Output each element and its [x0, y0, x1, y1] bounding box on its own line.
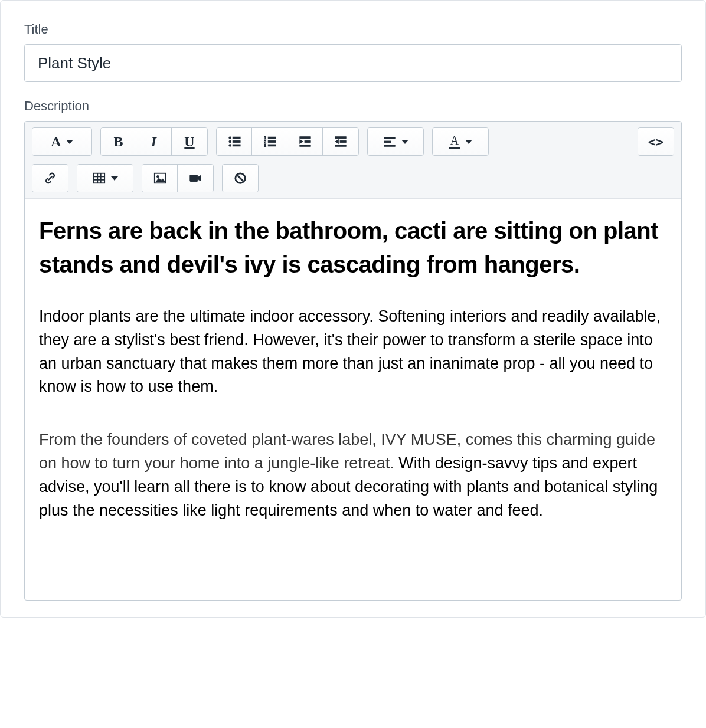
list-indent-group: 1 2 3 [216, 127, 359, 156]
svg-rect-9 [268, 141, 276, 143]
link-button[interactable] [32, 165, 68, 192]
chevron-down-icon [111, 176, 118, 181]
font-style-glyph: A [51, 135, 61, 149]
no-entry-icon [233, 172, 247, 185]
code-view-group: <> [638, 127, 674, 156]
align-button[interactable] [368, 128, 423, 155]
code-icon: <> [648, 135, 664, 149]
svg-marker-13 [299, 139, 302, 143]
svg-rect-16 [335, 137, 346, 139]
bullet-list-button[interactable] [217, 128, 252, 155]
chevron-down-icon [465, 140, 472, 144]
svg-rect-14 [305, 141, 310, 143]
italic-icon: I [151, 135, 156, 149]
image-icon [153, 172, 167, 185]
font-style-group: A [32, 127, 92, 156]
bold-button[interactable]: B [101, 128, 136, 155]
editor-toolbar: A B I U [25, 122, 681, 199]
svg-point-4 [228, 145, 231, 147]
numbered-list-icon: 1 2 3 [263, 135, 277, 148]
svg-rect-7 [268, 137, 276, 139]
svg-rect-31 [190, 175, 198, 182]
toolbar-row-2 [32, 164, 674, 192]
image-button[interactable] [142, 165, 178, 192]
link-group [32, 164, 68, 192]
svg-rect-15 [299, 145, 310, 147]
svg-marker-32 [198, 175, 201, 181]
align-group [367, 127, 424, 156]
svg-rect-22 [384, 145, 395, 147]
video-button[interactable] [178, 165, 213, 192]
editor-content[interactable]: Ferns are back in the bathroom, cacti ar… [25, 199, 681, 600]
content-paragraph-1: Indoor plants are the ultimate indoor ac… [39, 305, 667, 399]
title-label: Title [24, 22, 682, 37]
underline-icon: U [184, 135, 194, 149]
chevron-down-icon [66, 140, 73, 144]
svg-rect-1 [233, 137, 240, 139]
outdent-icon [298, 135, 312, 148]
table-button[interactable] [77, 165, 133, 192]
svg-point-0 [228, 137, 231, 139]
font-color-group: A [432, 127, 489, 156]
svg-rect-23 [94, 173, 104, 183]
svg-rect-19 [335, 145, 346, 147]
numbered-list-button[interactable]: 1 2 3 [252, 128, 287, 155]
bold-icon: B [113, 135, 123, 149]
svg-rect-5 [233, 145, 240, 146]
font-color-button[interactable]: A [433, 128, 488, 155]
content-paragraph-2: From the founders of coveted plant-wares… [39, 428, 667, 523]
description-label: Description [24, 99, 682, 114]
svg-marker-30 [155, 178, 165, 182]
code-view-button[interactable]: <> [638, 128, 674, 155]
svg-rect-20 [384, 137, 395, 139]
video-icon [188, 172, 202, 185]
form-card: Title Description A B I U [0, 0, 706, 618]
link-icon [43, 172, 57, 185]
font-color-icon: A [449, 135, 460, 149]
svg-point-2 [228, 140, 231, 143]
font-style-button[interactable]: A [32, 128, 91, 155]
indent-icon [334, 135, 348, 148]
italic-button[interactable]: I [136, 128, 172, 155]
clear-formatting-button[interactable] [223, 165, 258, 192]
svg-point-29 [156, 175, 159, 178]
svg-text:3: 3 [263, 143, 266, 148]
bullet-list-icon [227, 135, 241, 148]
rich-text-editor: A B I U [24, 121, 682, 601]
svg-rect-11 [268, 145, 276, 146]
outdent-button[interactable] [287, 128, 323, 155]
text-format-group: B I U [100, 127, 208, 156]
svg-marker-17 [335, 139, 339, 143]
clear-group [222, 164, 259, 192]
align-left-icon [383, 135, 397, 148]
table-group [77, 164, 133, 192]
chevron-down-icon [401, 140, 408, 144]
media-group [142, 164, 214, 192]
svg-line-34 [237, 175, 244, 182]
content-heading: Ferns are back in the bathroom, cacti ar… [39, 214, 667, 281]
underline-button[interactable]: U [172, 128, 207, 155]
svg-rect-3 [233, 141, 240, 143]
indent-button[interactable] [323, 128, 358, 155]
title-input[interactable] [24, 44, 682, 82]
table-icon [92, 172, 106, 185]
svg-rect-18 [340, 141, 346, 143]
svg-rect-21 [384, 141, 391, 143]
svg-rect-12 [299, 137, 310, 139]
